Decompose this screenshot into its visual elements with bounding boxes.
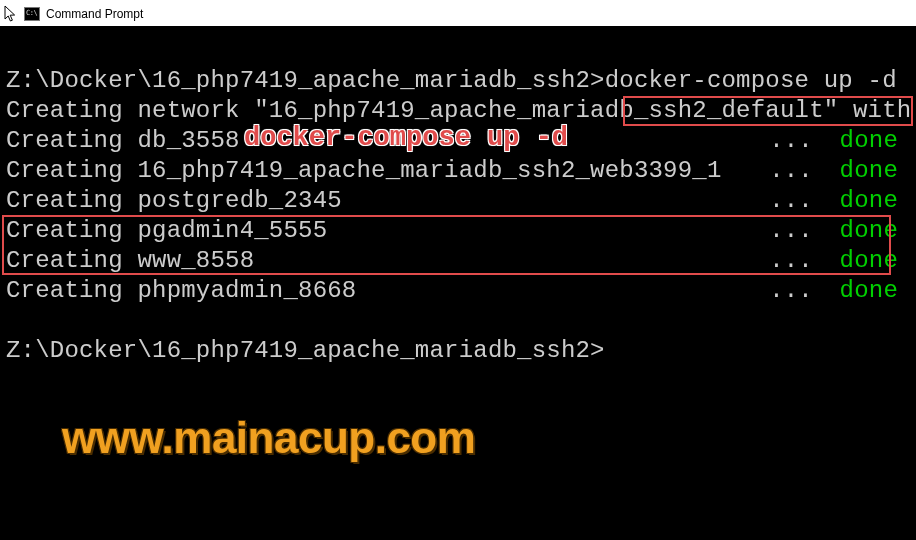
typed-command: docker-compose up -d — [605, 67, 897, 94]
status-done: done — [840, 157, 898, 184]
status-dots: ... — [769, 217, 813, 244]
terminal-viewport[interactable]: Z:\Docker\16_php7419_apache_mariadb_ssh2… — [0, 26, 916, 540]
status-dots: ... — [769, 157, 813, 184]
service-text: Creating phpmyadmin_8668 — [6, 276, 356, 306]
prompt-line-2: Z:\Docker\16_php7419_apache_mariadb_ssh2… — [0, 336, 916, 366]
service-row: Creating 16_php7419_apache_mariadb_ssh2_… — [0, 156, 916, 186]
watermark-text: www.mainacup.com — [62, 423, 475, 453]
service-text: Creating www_8558 — [6, 246, 254, 276]
service-text: Creating db_3558 — [6, 126, 240, 156]
status-dots: ... — [769, 127, 813, 154]
status-done: done — [840, 187, 898, 214]
status-done: done — [840, 217, 898, 244]
blank-line — [0, 306, 916, 336]
service-row: Creating www_8558 ... done — [0, 246, 916, 276]
status-done: done — [840, 247, 898, 274]
titlebar[interactable]: Command Prompt — [0, 0, 916, 26]
command-prompt-window: Command Prompt Z:\Docker\16_php7419_apac… — [0, 0, 916, 540]
service-text: Creating postgredb_2345 — [6, 186, 342, 216]
status-done: done — [840, 127, 898, 154]
status-dots: ... — [769, 187, 813, 214]
status-dots: ... — [769, 247, 813, 274]
prompt-path: Z:\Docker\16_php7419_apache_mariadb_ssh2… — [6, 337, 605, 364]
network-create-line: Creating network "16_php7419_apache_mari… — [0, 96, 916, 126]
service-row: Creating db_3558 ... done — [0, 126, 916, 156]
window-title: Command Prompt — [46, 7, 143, 21]
status-dots: ... — [769, 277, 813, 304]
service-row: Creating phpmyadmin_8668 ... done — [0, 276, 916, 306]
service-row: Creating postgredb_2345 ... done — [0, 186, 916, 216]
prompt-path: Z:\Docker\16_php7419_apache_mariadb_ssh2… — [6, 67, 605, 94]
cmd-icon — [24, 7, 40, 21]
cursor-icon — [4, 5, 18, 23]
status-done: done — [840, 277, 898, 304]
prompt-line-1: Z:\Docker\16_php7419_apache_mariadb_ssh2… — [0, 66, 916, 96]
service-text: Creating 16_php7419_apache_mariadb_ssh2_… — [6, 156, 722, 186]
service-row: Creating pgadmin4_5555 ... done — [0, 216, 916, 246]
service-text: Creating pgadmin4_5555 — [6, 216, 327, 246]
